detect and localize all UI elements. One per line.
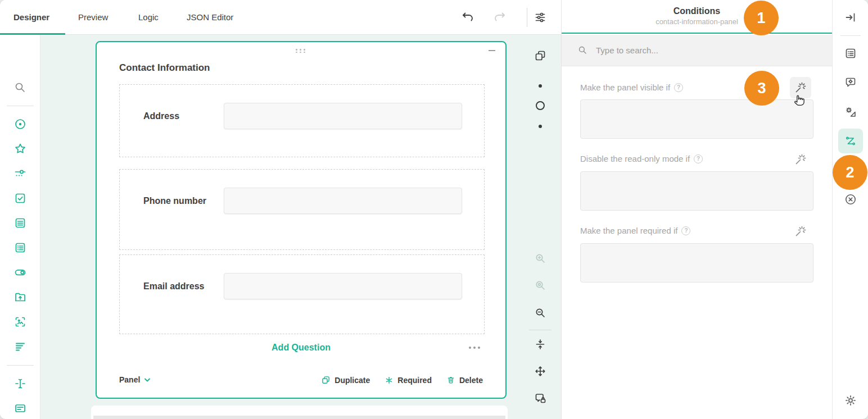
search-icon[interactable] (13, 81, 27, 94)
condition-label-visible-if: Make the panel visible if ? (580, 83, 683, 92)
toolbox-sidebar (0, 35, 40, 419)
help-icon[interactable]: ? (681, 226, 690, 235)
file-upload-icon[interactable] (13, 290, 27, 304)
conditions-icon[interactable] (844, 135, 857, 147)
dropdown-icon[interactable] (13, 167, 27, 180)
question-input[interactable] (224, 273, 462, 299)
required-if-expression-input[interactable] (580, 243, 813, 283)
next-element-row (93, 416, 505, 419)
panel-footer: Panel Duplicate Required (97, 375, 505, 390)
label-text: Disable the read-only mode if (580, 154, 690, 163)
collapse-panel-icon[interactable] (844, 11, 857, 24)
drag-handle[interactable] (296, 49, 306, 53)
tab-designer[interactable]: Designer (13, 0, 49, 34)
ranking-icon[interactable] (13, 340, 27, 353)
step-badge-1: 1 (744, 1, 779, 35)
property-rail (832, 0, 868, 419)
panel-contact-information[interactable]: Contact Information Address Phone number… (96, 41, 507, 399)
required-button[interactable]: Required (385, 375, 432, 385)
question-input[interactable] (224, 188, 462, 214)
tab-logic[interactable]: Logic (138, 0, 159, 34)
magic-wand-icon[interactable] (794, 153, 807, 166)
magic-wand-icon[interactable] (794, 225, 807, 238)
settings-sliders-icon[interactable] (534, 11, 547, 24)
tab-json-editor[interactable]: JSON Editor (187, 0, 233, 34)
search-icon (577, 45, 588, 56)
chat-gear-icon[interactable] (844, 76, 857, 89)
general-settings-icon[interactable] (844, 47, 857, 60)
gear-icon[interactable] (844, 394, 857, 407)
help-icon[interactable]: ? (674, 83, 683, 92)
property-search-bar (562, 35, 832, 66)
condition-label-required-if: Make the panel required if ? (580, 226, 690, 235)
page-dot[interactable] (539, 84, 542, 88)
checkbox-icon[interactable] (13, 192, 27, 205)
step-badge-2: 2 (833, 155, 867, 190)
trash-icon (446, 375, 455, 385)
step-badge-3: 3 (744, 71, 779, 106)
long-text-icon[interactable] (13, 402, 27, 415)
close-icon[interactable] (844, 193, 857, 206)
property-panel-title: Conditions (562, 6, 832, 16)
radiogroup-icon[interactable] (13, 117, 27, 131)
collapse-panel-button[interactable] (489, 50, 495, 51)
single-line-input-icon[interactable] (13, 377, 27, 390)
duplicate-icon (321, 375, 331, 385)
current-page-ring[interactable] (536, 101, 545, 110)
property-panel-header: Conditions contact-information-panel (562, 0, 832, 34)
theme-icon[interactable] (844, 105, 857, 119)
strip-divider (529, 330, 551, 330)
rail-divider (840, 35, 861, 36)
duplicate-button[interactable]: Duplicate (321, 375, 370, 385)
required-asterisk-icon (385, 376, 394, 385)
rating-icon[interactable] (13, 142, 27, 156)
question-phone-number[interactable]: Phone number (119, 169, 485, 250)
required-label: Required (397, 376, 432, 385)
add-question-button[interactable]: Add Question (97, 343, 505, 353)
condition-label-enable-if: Disable the read-only mode if ? (580, 154, 703, 163)
undo-icon[interactable] (461, 11, 474, 24)
more-options-icon[interactable] (469, 347, 483, 353)
question-address[interactable]: Address (119, 84, 485, 157)
cursor-pointer-hand (793, 92, 807, 107)
label-text: Make the panel visible if (580, 83, 670, 92)
tab-preview[interactable]: Preview (78, 0, 108, 34)
header-divider (527, 8, 527, 27)
search-input[interactable] (596, 45, 781, 55)
question-email-address[interactable]: Email address (119, 254, 485, 334)
enable-if-expression-input[interactable] (580, 171, 813, 211)
expand-icon[interactable] (534, 365, 547, 378)
duplicate-label: Duplicate (334, 376, 370, 385)
fit-page-icon[interactable] (534, 338, 547, 351)
toolbox-divider (7, 365, 34, 366)
property-panel-subtitle: contact-information-panel (562, 17, 832, 26)
question-label: Email address (143, 273, 205, 299)
zoom-out-icon[interactable] (534, 306, 547, 320)
zoom-in-icon[interactable] (534, 252, 547, 265)
zoom-reset-icon[interactable] (534, 279, 547, 292)
dropdown-list-icon[interactable] (13, 216, 27, 230)
main-header: Designer Preview Logic JSON Editor (0, 0, 561, 35)
delete-button[interactable]: Delete (446, 375, 483, 385)
question-input[interactable] (224, 103, 462, 129)
lock-survey-icon[interactable] (534, 391, 547, 405)
visible-if-expression-input[interactable] (580, 99, 813, 139)
pages-icon[interactable] (534, 49, 547, 62)
question-label: Phone number (143, 188, 206, 214)
delete-label: Delete (459, 376, 483, 385)
redo-icon[interactable] (493, 11, 507, 24)
property-panel: Conditions contact-information-panel Mak… (561, 0, 832, 419)
label-text: Make the panel required if (580, 226, 677, 235)
image-picker-icon[interactable] (13, 315, 27, 329)
panel-title: Contact Information (119, 62, 210, 74)
panel-type-dropdown[interactable]: Panel (119, 375, 150, 384)
multi-select-dropdown-icon[interactable] (13, 241, 27, 254)
help-icon[interactable]: ? (694, 154, 703, 163)
page-dot[interactable] (539, 125, 542, 128)
question-label: Address (143, 103, 179, 129)
chevron-down-icon (144, 378, 150, 382)
toolbox-divider (7, 106, 34, 106)
panel-type-label: Panel (119, 375, 140, 384)
boolean-icon[interactable] (13, 266, 27, 279)
panel-actions: Duplicate Required Delete (321, 375, 483, 385)
